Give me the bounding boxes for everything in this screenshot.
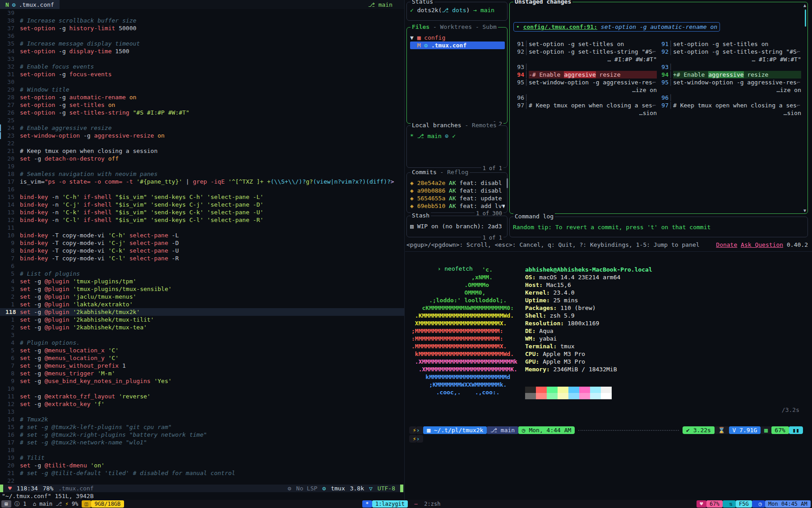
- vim-buffer-line[interactable]: 17is_vim="ps -o state= -o comm= -t '#{pa…: [0, 178, 404, 185]
- vim-buffer-line[interactable]: 31set-option -g focus-events: [0, 70, 404, 78]
- vim-buffer-line[interactable]: 1set -g @plugin '2kabhishek/tmux-tilit': [0, 316, 404, 323]
- tmux-pane-divider[interactable]: [405, 251, 812, 252]
- vim-buffer-line[interactable]: 22: [0, 477, 404, 485]
- panel-files[interactable]: Files - Worktrees - Subm ▼ ▦ config M ⚙ …: [406, 27, 508, 124]
- vim-buffer-line[interactable]: 36: [0, 32, 404, 40]
- diff-line[interactable]: …sion: [512, 109, 657, 117]
- diff-line[interactable]: … #I:#P #W:#T": [512, 55, 657, 63]
- neovim-pane[interactable]: N ⚙ .tmux.conf ⎇ main 39 38# Increase sc…: [0, 0, 405, 500]
- panel-stash[interactable]: Stash ▤ WIP on (no branch): 2ad3 1 of 1: [406, 216, 508, 237]
- vim-buffer-line[interactable]: 15# set -g @tmux2k-left-plugins "git cpu…: [0, 423, 404, 431]
- vim-buffer-line[interactable]: 5set -g @menus_location_x 'C': [0, 346, 404, 354]
- commit-row[interactable]: ◈ 5654655a AK feat: update: [410, 194, 505, 202]
- vim-buffer-line[interactable]: 3set -g @plugin 'tmux-plugins/tmux-sensi…: [0, 285, 404, 293]
- vim-buffer-line[interactable]: 19: [0, 162, 404, 170]
- diff-line[interactable]: 95│set-window-option -g aggressive-res⌐: [512, 79, 657, 86]
- scroll-up-arrow[interactable]: ▲: [803, 3, 806, 8]
- vim-buffer-line[interactable]: 10: [0, 385, 404, 393]
- tmux-window-tab[interactable]: 1:lazygit: [372, 500, 408, 508]
- vim-buffer-line[interactable]: 33: [0, 55, 404, 63]
- vim-buffer-line[interactable]: 9bind-key -T copy-mode-vi 'C-j' select-p…: [0, 239, 404, 247]
- branch-row[interactable]: * ⎇ main ⊙ ✓: [410, 132, 505, 140]
- vim-buffer-line[interactable]: 37set-option -g history-limit 50000: [0, 24, 404, 32]
- commits-scrollbar-thumb[interactable]: [507, 178, 508, 188]
- tab-local-branches[interactable]: Local branches: [412, 122, 461, 129]
- vim-buffer-line[interactable]: 26set-option -g set-titles-string "#S #I…: [0, 109, 404, 116]
- diff-line[interactable]: 93│: [657, 63, 801, 71]
- vim-buffer-line[interactable]: 8set -g @menus_trigger 'M-m': [0, 369, 404, 377]
- donate-link[interactable]: Donate: [716, 241, 737, 249]
- diff-line[interactable]: 95│set-window-option -g aggressive-res⌐: [657, 79, 801, 86]
- panel-stash-title[interactable]: Stash: [411, 212, 431, 219]
- tmux-window-tab[interactable]: —: [408, 500, 421, 508]
- panel-unstaged-changes[interactable]: Unstaged changes • config/.tmux.conf:91:…: [509, 2, 808, 214]
- vim-buffer-line[interactable]: 118set -g @plugin '2kabhishek/tmux2k': [0, 308, 404, 316]
- vim-buffer-line[interactable]: 13: [0, 408, 404, 416]
- tab-remotes[interactable]: - Remotes: [461, 122, 497, 129]
- vim-buffer-line[interactable]: 17# set -g @tmux2k-network-name "wlo1": [0, 439, 404, 446]
- tab-commits[interactable]: Commits: [412, 169, 437, 175]
- shell-prompt-line[interactable]: › neofetch: [409, 257, 473, 265]
- commit-row[interactable]: ◈ 69ebb510 AK feat: add lv▼: [410, 202, 505, 210]
- unstaged-scrollbar-thumb[interactable]: [805, 9, 806, 27]
- tab-worktrees-submodules[interactable]: - Worktrees - Subm: [429, 23, 497, 30]
- vim-buffer-line[interactable]: 16# set -g @tmux2k-right-plugins "batter…: [0, 431, 404, 439]
- panel-status[interactable]: Status ✓ dots2k(⎇ dots) → main: [406, 2, 508, 21]
- vim-buffer-line[interactable]: ▎23set-window-option -g aggressive-resiz…: [0, 132, 404, 139]
- vim-buffer-line[interactable]: 11: [0, 224, 404, 231]
- vim-buffer-line[interactable]: 30: [0, 78, 404, 86]
- vim-buffer-line[interactable]: 10bind-key -T copy-mode-vi 'C-h' select-…: [0, 231, 404, 239]
- vim-buffer-line[interactable]: 19# Tilit: [0, 454, 404, 462]
- vim-buffer-line[interactable]: 39: [0, 9, 404, 17]
- vim-buffer[interactable]: 39 38# Increase scrollback buffer size 3…: [0, 9, 404, 485]
- zsh-pane[interactable]: › neofetch 'c. ,xNMM. .OMMMMo OMMM0, .;l…: [405, 251, 812, 500]
- vim-buffer-line[interactable]: 7set -g @menus_without_prefix 1: [0, 362, 404, 369]
- vim-buffer-line[interactable]: 32# Enable focus events: [0, 63, 404, 70]
- vim-buffer-line[interactable]: 20set -g @tilit-dmenu 'on': [0, 462, 404, 469]
- vim-buffer-line[interactable]: 25: [0, 116, 404, 124]
- diff-line[interactable]: 94│+# Enable aggressive resize: [657, 71, 801, 79]
- diff-line[interactable]: …ize on: [512, 86, 657, 94]
- vim-buffer-line[interactable]: 14bind-key -n 'C-j' if-shell "$is_vim" '…: [0, 201, 404, 208]
- diff-line[interactable]: … #I:#P #W:#T": [657, 55, 801, 63]
- commit-row[interactable]: ◈ 28e54a2e AK feat: disabl: [410, 179, 505, 187]
- vim-buffer-line[interactable]: 21# set -g @tilit-default 'tiled' # disa…: [0, 469, 404, 477]
- vim-buffer-line[interactable]: 3: [0, 331, 404, 339]
- panel-commits-tabs[interactable]: Commits - Reflog: [411, 169, 470, 175]
- vim-buffer-line[interactable]: ▎24# Enable aggressive resize: [0, 124, 404, 132]
- panel-branches-tabs[interactable]: Local branches - Remotes: [411, 122, 498, 129]
- diff-line[interactable]: …ize on: [657, 86, 801, 94]
- panel-branches[interactable]: Local branches - Remotes * ⎇ main ⊙ ✓ 1 …: [406, 125, 508, 168]
- vim-buffer-line[interactable]: 2set -g @plugin 'jaclu/tmux-menus': [0, 293, 404, 300]
- diff-selected-hunk-header[interactable]: • config/.tmux.conf:91: set-option -g au…: [513, 22, 720, 32]
- diff-line[interactable]: 91│set-option -g set-titles on: [512, 40, 657, 48]
- vim-buffer-line[interactable]: 11set -g @extrakto_fzf_layout 'reverse': [0, 393, 404, 400]
- vim-buffer-line[interactable]: 4# Plugin options.: [0, 339, 404, 346]
- vim-buffer-line[interactable]: 28set-option -g automatic-rename on: [0, 93, 404, 101]
- vim-buffer-line[interactable]: 13bind-key -n 'C-k' if-shell "$is_vim" '…: [0, 208, 404, 216]
- vim-buffer-line[interactable]: 18# Seamless navigation with neovim pane…: [0, 170, 404, 178]
- panel-commits[interactable]: Commits - Reflog ◈ 28e54a2e AK feat: dis…: [406, 172, 508, 213]
- panel-files-tabs[interactable]: Files - Worktrees - Subm: [411, 23, 498, 30]
- diff-line[interactable]: 97│# Keep tmux open when closing a ses⌐: [512, 102, 657, 109]
- panel-status-title[interactable]: Status: [411, 0, 434, 5]
- repo-status-row[interactable]: ✓ dots2k(⎇ dots) → main: [410, 6, 505, 14]
- diff-line[interactable]: 96│: [657, 94, 801, 102]
- tmux-window-tab[interactable]: *: [362, 500, 372, 508]
- file-row[interactable]: ▼ ▦ config: [410, 34, 505, 42]
- vim-buffer-line[interactable]: 29# Window title: [0, 86, 404, 93]
- vim-buffer-line[interactable]: 21# Keep tmux open when closing a sessio…: [0, 147, 404, 155]
- vim-buffer-line[interactable]: 22: [0, 139, 404, 147]
- vim-buffer-line[interactable]: 15bind-key -n 'C-h' if-shell "$is_vim" '…: [0, 193, 404, 201]
- commit-row[interactable]: ◈ a90b0886 AK feat: disabl: [410, 187, 505, 194]
- vim-buffer-line[interactable]: 16: [0, 185, 404, 193]
- vim-buffer-line[interactable]: 1set -g @plugin 'laktak/extrakto': [0, 300, 404, 308]
- vim-buffer-line[interactable]: 38# Increase scrollback buffer size: [0, 17, 404, 24]
- vim-buffer-line[interactable]: 14# Tmux2k: [0, 416, 404, 423]
- vim-buffer-line[interactable]: 12set -g @extrakto_key 'f': [0, 400, 404, 408]
- ask-question-link[interactable]: Ask Question: [741, 241, 783, 249]
- vim-buffer-line[interactable]: 6set -g @menus_location_y 'C': [0, 354, 404, 362]
- stash-row[interactable]: ▤ WIP on (no branch): 2ad3: [410, 222, 505, 230]
- tab-stash[interactable]: Stash: [412, 212, 429, 219]
- panel-command-log[interactable]: Command log Random tip: To revert a comm…: [509, 217, 808, 237]
